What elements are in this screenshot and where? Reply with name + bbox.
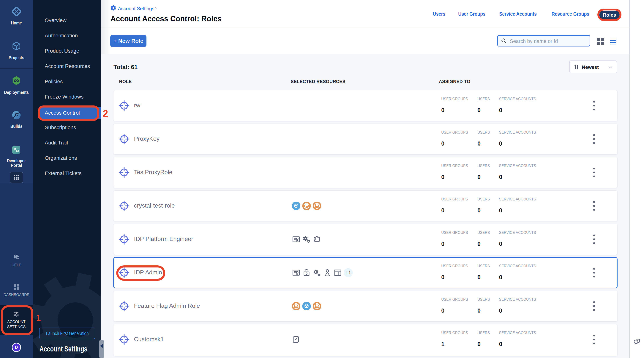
svg-text:?: ? (15, 255, 16, 258)
